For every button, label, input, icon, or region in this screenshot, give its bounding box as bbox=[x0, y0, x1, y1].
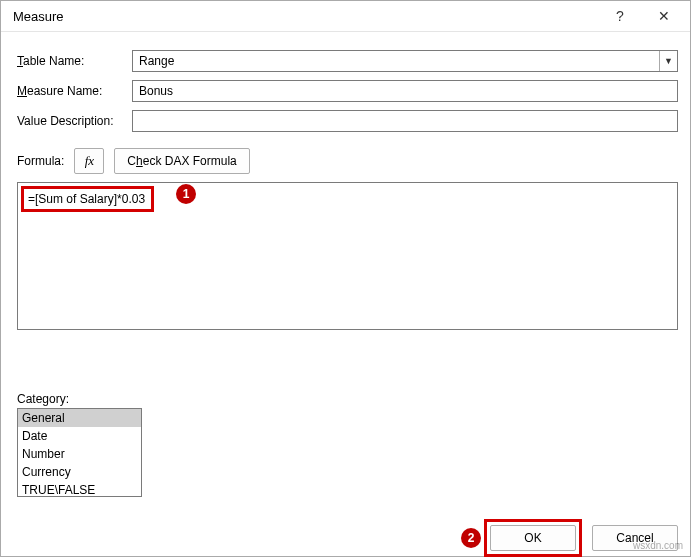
row-table-name: Table Name: ▼ bbox=[17, 50, 678, 72]
callout-badge-2: 2 bbox=[461, 528, 481, 548]
measure-dialog: Measure ? ✕ Table Name: ▼ Measure Name: … bbox=[0, 0, 691, 557]
formula-text-highlight: =[Sum of Salary]*0.03 bbox=[21, 186, 154, 212]
list-item[interactable]: Currency bbox=[18, 463, 141, 481]
titlebar: Measure ? ✕ bbox=[1, 1, 690, 32]
label-table-name: Table Name: bbox=[17, 54, 132, 68]
ok-button[interactable]: OK bbox=[490, 525, 576, 551]
ok-highlight: 2 OK bbox=[484, 519, 582, 557]
list-item[interactable]: General bbox=[18, 409, 141, 427]
label-formula: Formula: bbox=[17, 154, 64, 168]
spacer bbox=[17, 334, 678, 392]
fx-button[interactable]: fx bbox=[74, 148, 104, 174]
button-row: 2 OK Cancel bbox=[1, 507, 690, 557]
dialog-content: Table Name: ▼ Measure Name: Value Descri… bbox=[1, 32, 690, 507]
callout-badge-1: 1 bbox=[176, 184, 196, 204]
row-formula: Formula: fx Check DAX Formula bbox=[17, 148, 678, 174]
category-listbox[interactable]: GeneralDateNumberCurrencyTRUE\FALSE bbox=[17, 408, 142, 497]
check-dax-button[interactable]: Check DAX Formula bbox=[114, 148, 249, 174]
formula-editor[interactable]: =[Sum of Salary]*0.03 1 bbox=[17, 182, 678, 330]
watermark: wsxdn.com bbox=[633, 540, 683, 551]
label-value-description: Value Description: bbox=[17, 114, 132, 128]
table-name-combo[interactable]: ▼ bbox=[132, 50, 678, 72]
label-measure-name: Measure Name: bbox=[17, 84, 132, 98]
measure-name-input[interactable] bbox=[132, 80, 678, 102]
list-item[interactable]: Number bbox=[18, 445, 141, 463]
label-category: Category: bbox=[17, 392, 678, 406]
formula-text: =[Sum of Salary]*0.03 bbox=[28, 192, 145, 206]
chevron-down-icon[interactable]: ▼ bbox=[659, 51, 677, 71]
value-description-input[interactable] bbox=[132, 110, 678, 132]
dialog-title: Measure bbox=[13, 9, 598, 24]
close-button[interactable]: ✕ bbox=[642, 1, 686, 31]
list-item[interactable]: Date bbox=[18, 427, 141, 445]
list-item[interactable]: TRUE\FALSE bbox=[18, 481, 141, 497]
row-value-description: Value Description: bbox=[17, 110, 678, 132]
row-measure-name: Measure Name: bbox=[17, 80, 678, 102]
table-name-input[interactable] bbox=[133, 51, 659, 71]
help-button[interactable]: ? bbox=[598, 1, 642, 31]
